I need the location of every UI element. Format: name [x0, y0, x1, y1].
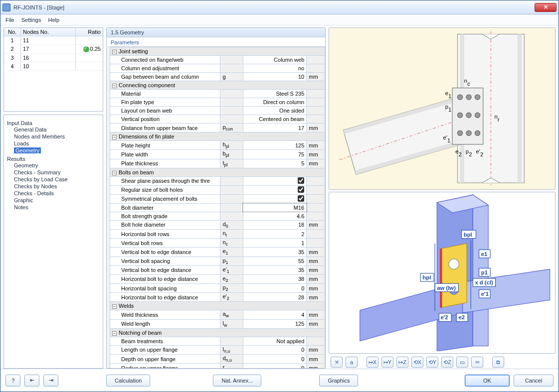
param-value[interactable]: 5: [243, 159, 306, 168]
param-name: Horizontal bolt to edge distance: [110, 293, 220, 302]
param-value[interactable]: Column web: [243, 56, 306, 64]
param-symbol: [220, 98, 243, 107]
tree-results-header: Results: [7, 156, 100, 162]
param-value[interactable]: 10: [243, 73, 306, 81]
menu-help[interactable]: Help: [48, 17, 59, 23]
param-value[interactable]: 35: [243, 265, 306, 274]
nat-annex-button[interactable]: Nat. Annex...: [213, 375, 261, 387]
rot-z-icon[interactable]: ⟲Z: [441, 357, 453, 368]
clip-icon[interactable]: ✂: [471, 357, 483, 368]
tree-checks-lc[interactable]: Checks by Load Case: [7, 176, 100, 183]
tree-checks-nodes[interactable]: Checks by Nodes: [7, 183, 100, 190]
help-button[interactable]: ?: [5, 375, 20, 387]
param-value[interactable]: 0: [243, 364, 306, 368]
parameters-table[interactable]: −Joint settingConnected on flange/webCol…: [107, 46, 325, 368]
param-unit: mm: [307, 124, 325, 132]
param-value[interactable]: M16: [243, 203, 306, 212]
param-value[interactable]: no: [243, 64, 306, 73]
param-value[interactable]: 2: [243, 229, 306, 238]
copy-icon[interactable]: ⧉: [492, 357, 504, 368]
param-value[interactable]: 0: [243, 284, 306, 293]
param-unit: mm: [307, 150, 325, 159]
col-nodes[interactable]: Nodes No.: [21, 28, 76, 36]
col-ratio[interactable]: Ratio: [76, 28, 103, 36]
tree-checks-details[interactable]: Checks - Details: [7, 190, 100, 197]
param-value[interactable]: 4.6: [243, 212, 306, 220]
tree-geometry-input[interactable]: Geometry: [7, 147, 100, 154]
tag-e1p: e'1: [481, 290, 489, 296]
box-icon[interactable]: ▭: [456, 357, 468, 368]
calculation-button[interactable]: Calculation: [106, 375, 150, 387]
param-name: Gap between beam and column: [110, 73, 220, 81]
tag-bpl: bpl: [464, 231, 472, 237]
param-unit: mm: [307, 257, 325, 265]
param-value[interactable]: 0: [243, 345, 306, 354]
param-name: Beam treatments: [110, 337, 220, 345]
tag-e1: e1: [481, 251, 488, 257]
param-check[interactable]: [243, 185, 306, 194]
graphics-button[interactable]: Graphics: [319, 375, 358, 387]
param-symbol: e2: [220, 274, 243, 283]
tree-nodes-members[interactable]: Nodes and Members: [7, 133, 100, 140]
param-value[interactable]: 125: [243, 319, 306, 328]
param-symbol: [220, 90, 243, 98]
svg-point-14: [475, 113, 480, 118]
param-value[interactable]: 75: [243, 150, 306, 159]
svg-rect-2: [518, 34, 522, 183]
table-row[interactable]: 316: [4, 54, 103, 62]
param-symbol: [220, 115, 243, 124]
param-value[interactable]: Steel S 235: [243, 90, 306, 98]
param-value[interactable]: 28: [243, 293, 306, 302]
col-no[interactable]: No.: [4, 28, 21, 36]
axes-x-icon[interactable]: ↦X: [367, 357, 378, 368]
param-value[interactable]: 125: [243, 141, 306, 150]
param-value[interactable]: Not applied: [243, 337, 306, 345]
param-value[interactable]: Direct on column: [243, 98, 306, 107]
export-button[interactable]: ⇥: [43, 375, 58, 387]
param-check[interactable]: [243, 194, 306, 203]
text-icon[interactable]: a: [346, 357, 358, 368]
table-row[interactable]: 2170.25: [4, 45, 103, 54]
cancel-button[interactable]: Cancel: [514, 375, 554, 387]
param-check[interactable]: [243, 176, 306, 185]
param-symbol: [220, 337, 243, 345]
menu-settings[interactable]: Settings: [21, 17, 41, 23]
param-value[interactable]: 4: [243, 310, 306, 319]
svg-point-9: [457, 95, 462, 100]
param-name: Symmetrical placement of bolts: [110, 194, 220, 203]
param-value[interactable]: 38: [243, 274, 306, 283]
param-value[interactable]: Centered on beam: [243, 115, 306, 124]
param-name: Shear plane passes through the thre: [110, 176, 220, 185]
tree-geometry-res[interactable]: Geometry: [7, 162, 100, 169]
param-unit: [307, 239, 325, 248]
rot-x-icon[interactable]: ⟲X: [411, 357, 423, 368]
tree-checks-summary[interactable]: Checks - Summary: [7, 169, 100, 176]
param-value[interactable]: One sided: [243, 107, 306, 115]
param-value[interactable]: 18: [243, 220, 306, 229]
render-view[interactable]: bpl hpl e1 p1 e'1 aw (lw) x d (cl) e'2 e…: [329, 192, 556, 354]
param-value[interactable]: 55: [243, 257, 306, 265]
schematic-view: nc nr e1 p1 e'1 e2 p2 e'2: [329, 27, 556, 190]
param-value[interactable]: 17: [243, 124, 306, 132]
xyz-icon[interactable]: ⤧: [331, 357, 343, 368]
tree-loads[interactable]: Loads: [7, 140, 100, 147]
rot-y-icon[interactable]: ⟲Y: [426, 357, 438, 368]
param-unit: mm: [307, 220, 325, 229]
table-row[interactable]: 111: [4, 36, 103, 45]
param-symbol: d0: [220, 220, 243, 229]
axes-z-icon[interactable]: ↦Z: [396, 357, 408, 368]
axes-y-icon[interactable]: ↦Y: [381, 357, 393, 368]
param-name: Plate width: [110, 150, 220, 159]
table-row[interactable]: 410: [4, 62, 103, 71]
param-value[interactable]: 1: [243, 239, 306, 248]
close-button[interactable]: ✕: [535, 3, 557, 12]
param-symbol: g: [220, 73, 243, 81]
tree-graphic[interactable]: Graphic: [7, 197, 100, 204]
ok-button[interactable]: OK: [465, 375, 510, 387]
menu-file[interactable]: File: [5, 17, 14, 23]
param-value[interactable]: 35: [243, 248, 306, 257]
param-value[interactable]: 0: [243, 355, 306, 364]
import-button[interactable]: ⇤: [24, 375, 39, 387]
tree-notes[interactable]: Notes: [7, 204, 100, 211]
tree-general-data[interactable]: General Data: [7, 126, 100, 133]
